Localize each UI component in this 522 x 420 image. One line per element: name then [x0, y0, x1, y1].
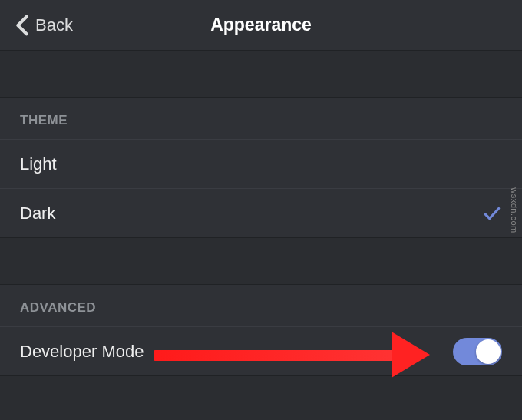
toggle-knob: [476, 339, 501, 364]
theme-section-header: THEME: [0, 98, 522, 139]
theme-dark-label: Dark: [20, 203, 55, 223]
watermark: wsxdn.com: [510, 187, 519, 233]
chevron-left-icon: [15, 15, 29, 36]
theme-option-light[interactable]: Light: [0, 139, 522, 188]
page-title: Appearance: [210, 15, 312, 35]
check-icon: [482, 203, 502, 223]
advanced-section-header: ADVANCED: [0, 285, 522, 326]
developer-mode-row: Developer Mode: [0, 326, 522, 375]
advanced-section: ADVANCED Developer Mode: [0, 284, 522, 376]
theme-option-dark[interactable]: Dark: [0, 188, 522, 237]
back-button[interactable]: Back: [15, 15, 73, 36]
theme-light-label: Light: [20, 154, 57, 174]
section-gap: [0, 238, 522, 284]
developer-mode-label: Developer Mode: [20, 342, 144, 362]
developer-mode-toggle[interactable]: [453, 338, 502, 365]
header-bar: Back Appearance: [0, 0, 522, 51]
back-label: Back: [35, 15, 73, 35]
section-gap: [0, 51, 522, 97]
theme-section: THEME Light Dark: [0, 97, 522, 238]
